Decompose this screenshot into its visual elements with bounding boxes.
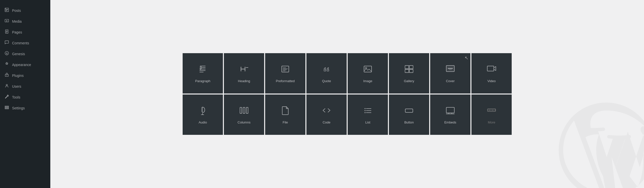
svg-rect-50 bbox=[405, 109, 413, 112]
sidebar-item-tools[interactable]: Tools bbox=[0, 92, 50, 103]
svg-rect-36 bbox=[448, 68, 453, 69]
block-cover-label: Cover bbox=[446, 79, 455, 83]
svg-text:G: G bbox=[6, 52, 8, 55]
block-quote[interactable]: Quote bbox=[306, 53, 347, 93]
wp-watermark bbox=[553, 97, 644, 188]
block-embeds-label: Embeds bbox=[444, 120, 456, 124]
columns-icon bbox=[239, 105, 249, 117]
appearance-icon bbox=[4, 62, 10, 68]
block-more[interactable]: More bbox=[471, 95, 512, 135]
block-code[interactable]: Code bbox=[306, 95, 347, 135]
block-image[interactable]: Image bbox=[348, 53, 388, 93]
block-video[interactable]: Video bbox=[471, 53, 512, 93]
sidebar-item-comments-label: Comments bbox=[12, 41, 29, 45]
sidebar-item-appearance[interactable]: Appearance bbox=[0, 59, 50, 70]
svg-rect-38 bbox=[487, 66, 494, 71]
code-icon bbox=[321, 105, 332, 117]
svg-point-4 bbox=[5, 8, 6, 9]
pages-icon bbox=[4, 29, 10, 35]
svg-rect-32 bbox=[405, 69, 409, 73]
sidebar-item-media[interactable]: Media bbox=[0, 16, 50, 27]
sidebar-item-comments[interactable]: Comments bbox=[0, 38, 50, 48]
sidebar-item-posts[interactable]: Posts bbox=[0, 5, 50, 16]
svg-rect-41 bbox=[240, 107, 242, 113]
sidebar-item-users[interactable]: Users bbox=[0, 81, 50, 92]
svg-rect-42 bbox=[243, 107, 245, 113]
svg-rect-18 bbox=[5, 108, 9, 109]
svg-rect-23 bbox=[282, 66, 289, 72]
plugins-icon bbox=[4, 73, 10, 78]
block-heading-label: Heading bbox=[238, 79, 250, 83]
embeds-icon bbox=[445, 105, 455, 117]
more-icon bbox=[487, 105, 497, 117]
main-content: Paragraph Heading bbox=[50, 0, 644, 188]
block-gallery[interactable]: Gallery bbox=[389, 53, 429, 93]
sidebar-item-tools-label: Tools bbox=[12, 95, 20, 99]
block-more-label: More bbox=[488, 120, 495, 124]
sidebar-item-users-label: Users bbox=[12, 84, 21, 88]
svg-rect-17 bbox=[5, 107, 9, 108]
sidebar-item-pages[interactable]: Pages bbox=[0, 27, 50, 38]
svg-marker-6 bbox=[6, 20, 8, 21]
block-columns[interactable]: Columns bbox=[224, 95, 264, 135]
sidebar-item-plugins[interactable]: Plugins bbox=[0, 70, 50, 81]
block-button-label: Button bbox=[404, 120, 414, 124]
svg-rect-28 bbox=[364, 66, 372, 72]
block-list-label: List bbox=[365, 120, 370, 124]
settings-icon bbox=[4, 105, 10, 111]
audio-icon bbox=[198, 105, 208, 117]
block-audio-label: Audio bbox=[198, 120, 207, 124]
sidebar: Posts Media Pages Comments bbox=[0, 0, 50, 188]
video-icon bbox=[487, 64, 497, 76]
block-file[interactable]: File bbox=[265, 95, 305, 135]
block-paragraph-label: Paragraph bbox=[195, 79, 211, 83]
preformatted-icon bbox=[280, 64, 290, 76]
users-icon bbox=[4, 83, 10, 89]
block-preformatted-label: Preformatted bbox=[276, 79, 295, 83]
svg-rect-16 bbox=[5, 106, 9, 107]
gallery-icon bbox=[404, 64, 414, 76]
svg-rect-51 bbox=[446, 107, 454, 113]
media-icon bbox=[4, 18, 10, 24]
block-embeds[interactable]: Embeds bbox=[430, 95, 470, 135]
svg-rect-43 bbox=[246, 107, 248, 113]
block-cover[interactable]: ↖ Cover bbox=[430, 53, 470, 93]
block-quote-label: Quote bbox=[322, 79, 331, 83]
svg-rect-33 bbox=[409, 69, 413, 73]
block-paragraph[interactable]: Paragraph bbox=[183, 53, 223, 93]
block-image-label: Image bbox=[363, 79, 372, 83]
posts-icon bbox=[4, 8, 10, 13]
svg-point-48 bbox=[365, 112, 366, 113]
button-icon bbox=[404, 105, 414, 117]
heading-icon bbox=[239, 64, 249, 76]
sidebar-item-pages-label: Pages bbox=[12, 30, 22, 34]
block-list[interactable]: List bbox=[348, 95, 388, 135]
tools-icon bbox=[4, 94, 10, 100]
sidebar-item-media-label: Media bbox=[12, 19, 22, 23]
sidebar-item-genesis[interactable]: G Genesis bbox=[0, 48, 50, 59]
block-grid: Paragraph Heading bbox=[183, 53, 512, 135]
block-button[interactable]: Button bbox=[389, 95, 429, 135]
sidebar-item-posts-label: Posts bbox=[12, 9, 21, 13]
block-code-label: Code bbox=[323, 120, 330, 124]
svg-rect-31 bbox=[409, 66, 413, 69]
block-video-label: Video bbox=[487, 79, 496, 83]
sidebar-item-settings[interactable]: Settings bbox=[0, 103, 50, 113]
block-file-label: File bbox=[283, 120, 288, 124]
block-audio[interactable]: Audio bbox=[183, 95, 223, 135]
svg-rect-30 bbox=[405, 66, 409, 69]
file-icon bbox=[280, 105, 290, 117]
block-heading[interactable]: Heading bbox=[224, 53, 264, 93]
sidebar-item-plugins-label: Plugins bbox=[12, 74, 24, 78]
list-icon bbox=[363, 105, 373, 117]
sidebar-item-settings-label: Settings bbox=[12, 106, 25, 110]
block-preformatted[interactable]: Preformatted bbox=[265, 53, 305, 93]
image-icon bbox=[363, 64, 373, 76]
sidebar-item-genesis-label: Genesis bbox=[12, 52, 25, 56]
svg-point-44 bbox=[365, 108, 366, 109]
sidebar-item-appearance-label: Appearance bbox=[12, 63, 31, 67]
comments-icon bbox=[4, 40, 10, 46]
svg-point-15 bbox=[6, 84, 7, 86]
quote-icon bbox=[321, 64, 332, 76]
block-gallery-label: Gallery bbox=[404, 79, 414, 83]
